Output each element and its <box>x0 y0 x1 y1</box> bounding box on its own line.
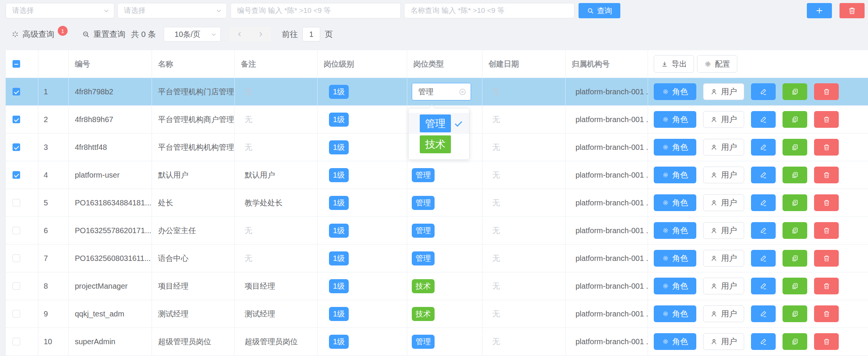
copy-button[interactable] <box>783 167 807 183</box>
delete-row-button[interactable] <box>814 139 839 156</box>
row-checkbox[interactable] <box>13 227 20 234</box>
role-button[interactable]: 角色 <box>654 139 696 156</box>
reset-query-button[interactable]: 重置查询 <box>82 26 125 43</box>
user-button[interactable]: 用户 <box>703 278 744 294</box>
filter-select-2[interactable]: 请选择 <box>117 3 227 18</box>
row-checkbox[interactable] <box>13 88 20 95</box>
user-button[interactable]: 用户 <box>703 111 744 128</box>
config-button[interactable]: 配置 <box>697 55 737 73</box>
table-row[interactable]: 8 projectManager 项目经理 项目经理 1级 技术 无 platf… <box>6 272 868 300</box>
row-checkbox[interactable] <box>13 199 20 207</box>
copy-button[interactable] <box>783 111 807 128</box>
role-button[interactable]: 角色 <box>654 222 696 239</box>
user-button[interactable]: 用户 <box>703 333 744 350</box>
clear-icon[interactable] <box>459 88 466 95</box>
name-search-input[interactable]: 名称查询 输入 *陈* >10 <9 等 <box>404 3 574 18</box>
type-select-input[interactable]: 管理 <box>412 83 471 100</box>
user-button[interactable]: 用户 <box>703 83 744 100</box>
table-row[interactable]: 9 qqkj_test_adm 测试经理 测试经理 1级 技术 无 platfo… <box>6 300 868 328</box>
delete-row-button[interactable] <box>814 250 839 267</box>
row-level-tag: 1级 <box>329 251 349 265</box>
edit-button[interactable] <box>751 167 776 183</box>
edit-button[interactable] <box>751 250 776 267</box>
edit-button[interactable] <box>751 222 776 239</box>
prev-page-button[interactable] <box>232 27 247 41</box>
copy-button[interactable] <box>783 305 807 322</box>
add-button[interactable] <box>807 3 832 18</box>
role-button[interactable]: 角色 <box>654 278 696 294</box>
copy-button[interactable] <box>783 333 807 350</box>
delete-row-button[interactable] <box>814 167 839 183</box>
user-button[interactable]: 用户 <box>703 139 744 156</box>
search-button[interactable]: 查询 <box>579 3 620 18</box>
row-checkbox[interactable] <box>13 171 20 179</box>
delete-row-button[interactable] <box>814 222 839 239</box>
edit-button[interactable] <box>751 194 776 211</box>
user-button[interactable]: 用户 <box>703 167 744 183</box>
trash-icon <box>823 171 830 179</box>
type-cell: 管理 <box>407 328 482 355</box>
delete-row-button[interactable] <box>814 333 839 350</box>
role-button[interactable]: 角色 <box>654 333 696 350</box>
goto-page-input[interactable] <box>302 27 320 41</box>
dropdown-option[interactable]: 管理 <box>409 113 469 134</box>
copy-button[interactable] <box>783 250 807 267</box>
copy-button[interactable] <box>783 194 807 211</box>
delete-row-button[interactable] <box>814 194 839 211</box>
select-all-checkbox[interactable] <box>13 60 20 68</box>
table-row[interactable]: 10 superAdmin 超级管理员岗位 超级管理员岗位 1级 管理 无 pl… <box>6 328 868 356</box>
delete-row-button[interactable] <box>814 278 839 294</box>
advanced-query-button[interactable]: 高级查询 1 <box>11 26 68 43</box>
edit-button[interactable] <box>751 139 776 156</box>
page-size-select[interactable]: 10条/页 <box>164 27 221 41</box>
copy-button[interactable] <box>783 278 807 294</box>
edit-button[interactable] <box>751 83 776 100</box>
filter-select-1[interactable]: 请选择 <box>6 3 114 18</box>
row-level-tag: 1级 <box>329 224 349 238</box>
type-cell: 管理 <box>407 189 482 216</box>
row-checkbox[interactable] <box>13 254 20 262</box>
copy-button[interactable] <box>783 222 807 239</box>
table-row[interactable]: 7 PO16325608031611... 语合中心 无 1级 管理 无 pla… <box>6 245 868 272</box>
role-button[interactable]: 角色 <box>654 111 696 128</box>
user-button[interactable]: 用户 <box>703 194 744 211</box>
row-checkbox[interactable] <box>13 282 20 290</box>
table-row[interactable]: 1 4fr8h798b2 平台管理机构门店管理员 无 1级 管理 无 platf… <box>6 78 868 106</box>
edit-button[interactable] <box>751 305 776 322</box>
delete-row-button[interactable] <box>814 305 839 322</box>
row-checkbox[interactable] <box>13 338 20 345</box>
copy-button[interactable] <box>783 139 807 156</box>
row-checkbox[interactable] <box>13 116 20 123</box>
role-button[interactable]: 角色 <box>654 250 696 267</box>
table-row[interactable]: 5 PO16318634884181... 处长 教学处处长 1级 管理 无 p… <box>6 189 868 217</box>
role-button[interactable]: 角色 <box>654 194 696 211</box>
copy-button[interactable] <box>783 83 807 100</box>
next-page-button[interactable] <box>253 27 268 41</box>
table-row[interactable]: 6 PO16325578620171... 办公室主任 无 1级 管理 无 pl… <box>6 217 868 245</box>
edit-button[interactable] <box>751 278 776 294</box>
row-type-tag: 管理 <box>412 335 435 349</box>
user-button[interactable]: 用户 <box>703 305 744 322</box>
row-name: 测试经理 <box>152 300 235 327</box>
user-button[interactable]: 用户 <box>703 222 744 239</box>
row-checkbox[interactable] <box>13 310 20 318</box>
delete-row-button[interactable] <box>814 111 839 128</box>
delete-row-button[interactable] <box>814 83 839 100</box>
table-row[interactable]: 4 platform-user 默认用户 默认用户 1级 管理 无 platfo… <box>6 161 868 189</box>
edit-button[interactable] <box>751 333 776 350</box>
export-button[interactable]: 导出 <box>654 55 694 73</box>
user-button[interactable]: 用户 <box>703 250 744 267</box>
role-button[interactable]: 角色 <box>654 83 696 100</box>
code-search-input[interactable]: 编号查询 输入 *陈* >10 <9 等 <box>231 3 401 18</box>
dropdown-option[interactable]: 技术 <box>409 134 469 155</box>
row-checkbox[interactable] <box>13 143 20 151</box>
row-remark: 测试经理 <box>235 300 318 327</box>
row-index: 3 <box>38 134 69 161</box>
role-button[interactable]: 角色 <box>654 167 696 183</box>
row-index: 9 <box>38 300 69 327</box>
edit-button[interactable] <box>751 111 776 128</box>
edit-icon <box>760 116 767 123</box>
delete-selected-button[interactable] <box>840 3 865 18</box>
role-button[interactable]: 角色 <box>654 305 696 322</box>
advanced-query-label: 高级查询 <box>22 29 54 40</box>
